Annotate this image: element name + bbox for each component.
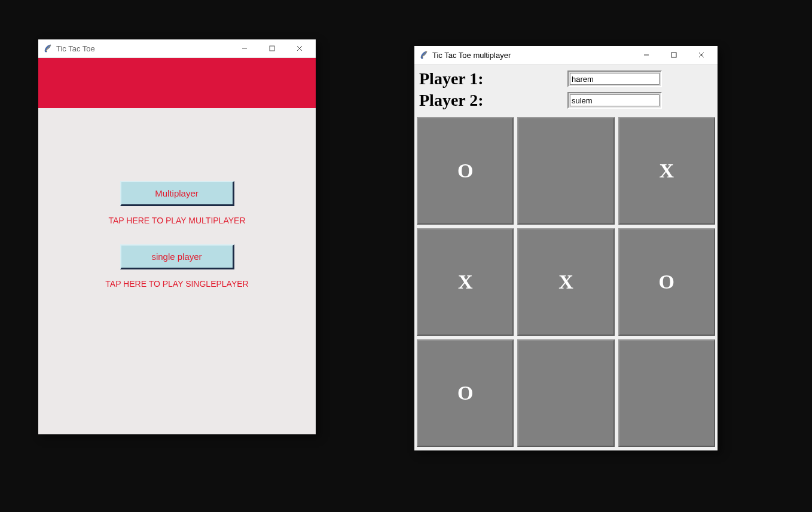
board-cell-4[interactable]: X [517,228,614,336]
game-board: O X X X O O [414,117,718,449]
menu-titlebar[interactable]: Tic Tac Toe [38,39,316,58]
game-window-controls [633,46,715,64]
board-cell-5[interactable]: O [618,228,715,336]
svg-rect-1 [270,46,274,51]
multiplayer-hint-label: TAP HERE TO PLAY MULTIPLAYER [108,216,245,225]
maximize-button[interactable] [660,46,688,64]
menu-window: Tic Tac Toe Multiplayer TAP HERE TO PLAY… [38,39,316,434]
game-client-area: Player 1: Player 2: O X X X O O [414,65,718,450]
maximize-button[interactable] [258,39,286,57]
tk-feather-icon [419,50,429,60]
game-window-title: Tic Tac Toe multiplayer [432,51,633,60]
menu-stack: Multiplayer TAP HERE TO PLAY MULTIPLAYER… [38,181,316,298]
board-cell-2[interactable]: X [618,117,715,225]
close-button[interactable] [286,39,313,57]
player-form: Player 1: Player 2: [414,65,718,117]
board-cell-7[interactable] [517,339,614,447]
minimize-button[interactable] [231,39,258,57]
tk-feather-icon [43,44,53,53]
menu-banner [38,58,316,108]
menu-window-controls [231,39,313,57]
board-cell-0[interactable]: O [417,117,514,225]
board-cell-1[interactable] [517,117,614,225]
game-titlebar[interactable]: Tic Tac Toe multiplayer [414,46,718,65]
player2-name-input[interactable] [570,94,660,106]
minimize-button[interactable] [633,46,660,64]
player2-row: Player 2: [419,90,713,111]
player1-name-input[interactable] [570,73,660,85]
close-button[interactable] [688,46,715,64]
player2-label: Player 2: [419,91,567,110]
player1-row: Player 1: [419,68,713,90]
svg-rect-5 [671,53,676,57]
menu-window-title: Tic Tac Toe [56,44,231,53]
menu-client-area: Multiplayer TAP HERE TO PLAY MULTIPLAYER… [38,58,316,434]
board-cell-6[interactable]: O [417,339,514,447]
multiplayer-button[interactable]: Multiplayer [120,181,234,206]
player1-input-frame [567,70,662,87]
singleplayer-hint-label: TAP HERE TO PLAY SINGLEPLAYER [105,279,248,289]
player1-label: Player 1: [419,69,567,88]
player2-input-frame [567,92,662,109]
board-cell-3[interactable]: X [417,228,514,336]
singleplayer-button[interactable]: single player [120,244,234,269]
game-window: Tic Tac Toe multiplayer Player 1: Player… [414,46,718,450]
board-cell-8[interactable] [618,339,715,447]
